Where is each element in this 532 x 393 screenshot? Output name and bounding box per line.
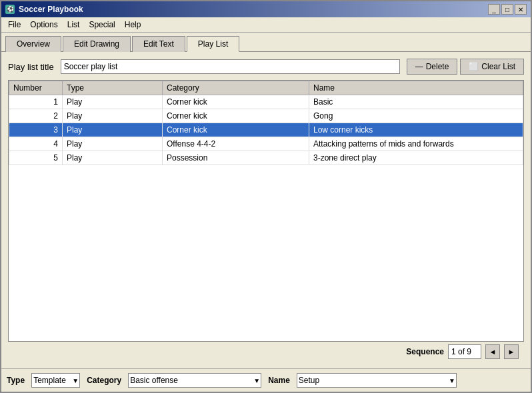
tab-edit-drawing[interactable]: Edit Drawing [63, 36, 131, 52]
cell-number: 2 [9, 109, 63, 123]
cell-category: Corner kick [163, 123, 309, 137]
category-select[interactable]: Basic offense Corner kick Possession Off… [128, 373, 261, 388]
window-title: Soccer Playbook [19, 5, 83, 14]
menu-bar: File Options List Special Help [1, 17, 531, 33]
cell-number: 3 [9, 123, 63, 137]
clear-list-button[interactable]: ⬜ Clear List [460, 59, 524, 75]
main-content: Play list title — Delete ⬜ Clear List Nu… [1, 51, 531, 368]
table-row[interactable]: 5PlayPossession3-zone direct play [9, 151, 523, 165]
col-header-category: Category [163, 81, 309, 95]
menu-options[interactable]: Options [26, 19, 61, 31]
menu-help[interactable]: Help [121, 19, 145, 31]
tab-bar: Overview Edit Drawing Edit Text Play Lis… [1, 33, 531, 51]
menu-list[interactable]: List [63, 19, 84, 31]
table-header-row: Number Type Category Name [9, 81, 523, 95]
table-row[interactable]: 1PlayCorner kickBasic [9, 95, 523, 109]
minimize-button[interactable]: _ [488, 4, 500, 15]
col-header-name: Name [309, 81, 523, 95]
table-row[interactable]: 4PlayOffense 4-4-2Attacking patterns of … [9, 137, 523, 151]
cell-type: Play [63, 151, 163, 165]
type-select[interactable]: Template Play [31, 373, 80, 388]
title-bar: ⚽ Soccer Playbook _ □ ✕ [1, 1, 531, 17]
play-list-title-input[interactable] [61, 59, 400, 74]
play-list-title-row: Play list title — Delete ⬜ Clear List [8, 59, 524, 75]
name-select-wrapper: Setup ▼ [297, 373, 457, 388]
close-button[interactable]: ✕ [515, 4, 527, 15]
sequence-next-button[interactable]: ► [504, 344, 519, 359]
name-label: Name [268, 376, 290, 385]
category-label: Category [87, 376, 121, 385]
sequence-input[interactable] [448, 344, 481, 359]
title-bar-controls: _ □ ✕ [488, 4, 527, 15]
play-list-table-container: Number Type Category Name 1PlayCorner ki… [8, 80, 524, 342]
cell-number: 1 [9, 95, 63, 109]
cell-number: 5 [9, 151, 63, 165]
menu-special[interactable]: Special [85, 19, 119, 31]
sequence-bar: Sequence ◄ ► [8, 342, 524, 362]
col-header-type: Type [63, 81, 163, 95]
play-list-title-label: Play list title [8, 62, 54, 72]
tab-edit-text[interactable]: Edit Text [132, 36, 185, 52]
cell-name: Low corner kicks [309, 123, 523, 137]
tab-overview[interactable]: Overview [5, 36, 61, 52]
name-select[interactable]: Setup [297, 373, 457, 388]
cell-name: Gong [309, 109, 523, 123]
delete-icon: — [415, 62, 423, 71]
maximize-button[interactable]: □ [501, 4, 513, 15]
tab-play-list[interactable]: Play List [187, 36, 239, 52]
cell-name: Basic [309, 95, 523, 109]
sequence-label: Sequence [406, 347, 444, 356]
app-icon: ⚽ [5, 5, 15, 14]
clear-icon: ⬜ [469, 62, 479, 71]
col-header-number: Number [9, 81, 63, 95]
cell-type: Play [63, 95, 163, 109]
table-row[interactable]: 3PlayCorner kickLow corner kicks [9, 123, 523, 137]
type-label: Type [7, 376, 25, 385]
table-row[interactable]: 2PlayCorner kickGong [9, 109, 523, 123]
cell-category: Corner kick [163, 95, 309, 109]
cell-category: Possession [163, 151, 309, 165]
cell-type: Play [63, 109, 163, 123]
cell-name: 3-zone direct play [309, 151, 523, 165]
cell-type: Play [63, 123, 163, 137]
category-select-wrapper: Basic offense Corner kick Possession Off… [128, 373, 261, 388]
cell-name: Attacking patterns of mids and forwards [309, 137, 523, 151]
cell-type: Play [63, 137, 163, 151]
footer-bar: Type Template Play ▼ Category Basic offe… [1, 368, 531, 392]
cell-category: Corner kick [163, 109, 309, 123]
main-window: ⚽ Soccer Playbook _ □ ✕ File Options Lis… [0, 0, 532, 393]
cell-number: 4 [9, 137, 63, 151]
title-bar-left: ⚽ Soccer Playbook [5, 5, 83, 14]
delete-button[interactable]: — Delete [407, 59, 458, 75]
menu-file[interactable]: File [4, 19, 25, 31]
cell-category: Offense 4-4-2 [163, 137, 309, 151]
sequence-prev-button[interactable]: ◄ [485, 344, 500, 359]
type-select-wrapper: Template Play ▼ [31, 373, 80, 388]
action-buttons: — Delete ⬜ Clear List [407, 59, 524, 75]
play-list-table: Number Type Category Name 1PlayCorner ki… [9, 81, 523, 165]
